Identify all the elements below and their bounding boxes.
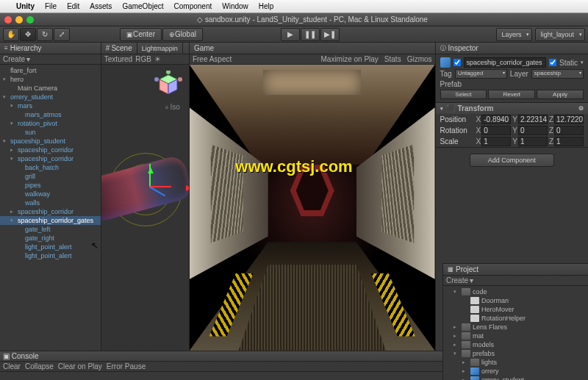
stats-toggle[interactable]: Stats (384, 55, 401, 63)
project-item[interactable]: ▸orrery (443, 367, 588, 376)
project-item[interactable]: RotationHelper (443, 314, 588, 323)
scale-z-field[interactable]: 1 (554, 137, 584, 146)
scene-light-toggle[interactable]: ☀ (154, 55, 161, 63)
step-button[interactable]: ▶❚ (320, 28, 340, 41)
hierarchy-item[interactable]: sun (0, 128, 101, 137)
inspector-tab[interactable]: ⓘInspector (436, 43, 588, 54)
project-item[interactable]: ▸mat (443, 331, 588, 340)
scale-tool-button[interactable]: ⤢ (54, 28, 70, 41)
static-checkbox[interactable] (549, 59, 556, 66)
hierarchy-item[interactable]: pipes (0, 181, 101, 190)
project-create-dropdown[interactable]: Create (446, 276, 468, 284)
pivot-center-button[interactable]: ▣ Center (120, 28, 162, 41)
prefab-revert-button[interactable]: Revert (488, 90, 535, 99)
project-item[interactable]: ▾code (443, 287, 588, 296)
hierarchy-item[interactable]: Main Camera (0, 84, 101, 93)
hierarchy-item[interactable]: ▸spaceship_corridor (0, 207, 101, 216)
scene-mode-dropdown[interactable]: RGB (135, 55, 151, 63)
rotation-x-field[interactable]: 0 (481, 126, 511, 135)
console-error-pause-toggle[interactable]: Error Pause (107, 362, 146, 370)
menu-app-name[interactable]: Unity (16, 2, 35, 10)
menu-window[interactable]: Window (222, 2, 248, 10)
orientation-gizmo[interactable] (154, 71, 183, 100)
hierarchy-item[interactable]: ▸spaceship_corridor (0, 146, 101, 154)
rotate-tool-button[interactable]: ↻ (37, 28, 53, 41)
menu-assets[interactable]: Assets (90, 2, 112, 10)
component-settings-icon[interactable]: ⚙ (578, 105, 584, 112)
hierarchy-item[interactable]: ▾spaceship_student (0, 137, 101, 146)
position-y-field[interactable]: 2.22314 (518, 115, 548, 124)
hierarchy-item[interactable]: light_point_alert (0, 251, 101, 260)
hierarchy-item[interactable]: ▾hero (0, 75, 101, 84)
scale-y-field[interactable]: 1 (518, 137, 548, 146)
hierarchy-item[interactable]: grill (0, 172, 101, 181)
rotation-z-field[interactable]: 0 (554, 126, 584, 135)
minimize-window-button[interactable] (15, 16, 23, 24)
layers-dropdown[interactable]: Layers (496, 28, 532, 41)
project-tab[interactable]: ▦Project (443, 264, 588, 276)
project-item[interactable]: HeroMover (443, 305, 588, 314)
hierarchy-item[interactable]: ▾spaceship_corridor_gates (0, 216, 101, 225)
menu-file[interactable]: File (45, 2, 57, 10)
prefab-apply-button[interactable]: Apply (537, 90, 584, 99)
console-clear-on-play-toggle[interactable]: Clear on Play (58, 362, 102, 370)
hierarchy-item[interactable]: back_hatch (0, 163, 101, 172)
scene-shading-dropdown[interactable]: Textured (104, 55, 132, 63)
project-item[interactable]: ▸lights (443, 358, 588, 367)
hierarchy-item[interactable]: ▾spaceship_corridor (0, 154, 101, 163)
scale-x-field[interactable]: 1 (481, 137, 511, 146)
project-item[interactable]: ▾prefabs (443, 349, 588, 358)
project-item[interactable]: ▸Lens Flares (443, 323, 588, 331)
layout-dropdown[interactable]: light_layout (535, 28, 585, 41)
hierarchy-item[interactable]: ▾rotation_pivot (0, 119, 101, 128)
console-collapse-toggle[interactable]: Collapse (25, 362, 54, 370)
hierarchy-item[interactable]: walls (0, 198, 101, 207)
scene-viewport[interactable]: ≡ Iso (101, 65, 189, 351)
menu-help[interactable]: Help (259, 2, 274, 10)
play-button[interactable]: ▶ (281, 28, 300, 41)
gameobject-active-checkbox[interactable] (453, 59, 461, 66)
menu-gameobject[interactable]: GameObject (122, 2, 163, 10)
hierarchy-tab[interactable]: ≡Hierarchy (0, 43, 101, 54)
gameobject-name-field[interactable] (464, 57, 546, 68)
hierarchy-item[interactable]: gate_left (0, 225, 101, 234)
position-x-field[interactable]: -0.8940 (481, 115, 511, 124)
pivot-global-button[interactable]: ⊕ Global (162, 28, 203, 41)
project-item[interactable]: ▸models (443, 340, 588, 349)
hierarchy-create-dropdown[interactable]: Create (3, 55, 25, 63)
project-item[interactable]: ▸orrery_student (443, 376, 588, 380)
scene-projection-label[interactable]: ≡ Iso (165, 103, 180, 111)
console-clear-button[interactable]: Clear (3, 362, 21, 370)
move-tool-button[interactable]: ✥ (20, 28, 36, 41)
scene-tab[interactable]: #Scene (101, 43, 137, 54)
zoom-window-button[interactable] (26, 16, 34, 24)
hierarchy-item[interactable]: gate_right (0, 234, 101, 243)
hand-tool-button[interactable]: ✋ (3, 28, 19, 41)
console-tab[interactable]: ▣ Console (3, 352, 38, 360)
menu-edit[interactable]: Edit (67, 2, 79, 10)
project-item[interactable]: Doorman (443, 296, 588, 305)
hierarchy-tree[interactable]: flare_fort▾heroMain Camera▾orrery_studen… (0, 65, 101, 351)
transform-header[interactable]: ▾ ⬛ Transform ⚙ (436, 103, 588, 114)
hierarchy-item[interactable]: flare_fort (0, 66, 101, 75)
lightmapping-tab[interactable]: Lightmappin (137, 43, 183, 54)
hierarchy-item[interactable]: walkway (0, 190, 101, 198)
hierarchy-item[interactable]: mars_atmos (0, 110, 101, 119)
layer-dropdown[interactable]: spaceship (531, 69, 584, 79)
rotation-y-field[interactable]: 0 (518, 126, 548, 135)
position-z-field[interactable]: 12.7220 (554, 115, 584, 124)
game-tab[interactable]: Game (190, 43, 435, 54)
pause-button[interactable]: ❚❚ (301, 28, 320, 41)
add-component-button[interactable]: Add Component (470, 154, 554, 167)
hierarchy-item[interactable]: light_point_alert (0, 243, 101, 251)
game-aspect-dropdown[interactable]: Free Aspect (193, 55, 232, 63)
project-tree[interactable]: ▾codeDoormanHeroMoverRotationHelper▸Lens… (443, 286, 588, 380)
hierarchy-item[interactable]: ▾mars (0, 101, 101, 110)
close-window-button[interactable] (4, 16, 12, 24)
transform-gizmo[interactable] (127, 164, 171, 208)
tag-dropdown[interactable]: Untagged (455, 69, 507, 79)
gizmos-dropdown[interactable]: Gizmos (407, 55, 432, 63)
maximize-on-play-toggle[interactable]: Maximize on Play (321, 55, 379, 63)
prefab-select-button[interactable]: Select (440, 90, 487, 99)
menu-component[interactable]: Component (174, 2, 212, 10)
